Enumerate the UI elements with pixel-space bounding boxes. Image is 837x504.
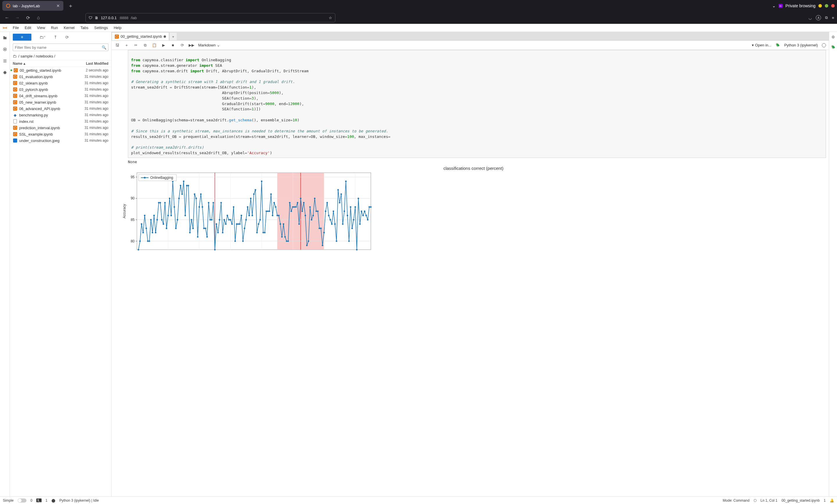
file-list-header[interactable]: Name ▴ Last Modified (10, 60, 111, 67)
file-modified: 31 minutes ago (71, 81, 108, 85)
file-row[interactable]: 04_drift_streams.ipynb31 minutes ago (10, 93, 111, 99)
svg-point-90 (237, 223, 239, 225)
svg-point-160 (347, 215, 348, 216)
shield-icon[interactable]: 🛡 (89, 16, 92, 20)
folder-icon[interactable] (2, 35, 8, 41)
home-button[interactable]: ⌂ (34, 14, 42, 22)
file-row[interactable]: under_construction.jpeg31 minutes ago (10, 137, 111, 144)
open-in-dropdown[interactable]: ▾ Open in... (752, 43, 771, 47)
svg-point-60 (191, 219, 192, 220)
file-name: 00_getting_started.ipynb (20, 68, 71, 73)
menu-settings[interactable]: Settings (91, 25, 111, 30)
window-close-icon[interactable] (831, 4, 835, 7)
kernel-name[interactable]: Python 3 (ipykernel) (784, 43, 818, 47)
file-name: prediction_interval.ipynb (19, 126, 71, 130)
pocket-icon[interactable]: ◡ (808, 16, 812, 20)
svg-point-26 (138, 249, 139, 250)
menu-kernel[interactable]: Kernel (61, 25, 77, 30)
new-folder-icon[interactable]: 🗀⁺ (39, 35, 46, 39)
svg-point-151 (333, 210, 334, 212)
svg-point-72 (210, 219, 211, 220)
refresh-icon[interactable]: ⟳ (65, 35, 69, 39)
breadcrumb[interactable]: 🗀 / sample / notebooks / (10, 52, 111, 60)
url-input[interactable]: 🛡 🗎 127.0.0.1:8888/lab ☆ (86, 13, 335, 22)
file-row[interactable]: prediction_interval.ipynb31 minutes ago (10, 125, 111, 131)
svg-point-179 (144, 177, 146, 179)
property-inspector-icon[interactable]: ⚙ (832, 35, 835, 39)
menu-tabs[interactable]: Tabs (77, 25, 91, 30)
account-icon[interactable]: A (816, 15, 821, 20)
code-cell[interactable]: [5]:from capymoa.classifier import Onlin… (128, 50, 826, 158)
save-icon[interactable]: 🖫 (114, 43, 120, 47)
menu-icon[interactable]: ≡ (832, 16, 834, 20)
bug-icon[interactable]: 🪲 (776, 43, 780, 47)
svg-point-129 (299, 223, 300, 225)
svg-point-121 (286, 240, 287, 242)
toc-icon[interactable] (2, 58, 8, 64)
svg-point-159 (345, 181, 347, 182)
svg-point-127 (295, 206, 297, 208)
menu-view[interactable]: View (34, 25, 48, 30)
svg-point-126 (293, 206, 295, 208)
stop-icon[interactable]: ■ (170, 43, 176, 47)
extensions-icon[interactable]: ⧉ (825, 15, 828, 20)
svg-point-104 (259, 219, 261, 220)
simple-mode-toggle[interactable] (18, 499, 26, 503)
debugger-icon[interactable]: 🪲 (831, 45, 836, 49)
file-row[interactable]: 00_getting_started.ipynb2 seconds ago (10, 67, 111, 73)
filter-input[interactable] (15, 45, 102, 50)
svg-point-132 (303, 202, 305, 203)
menu-edit[interactable]: Edit (22, 25, 34, 30)
svg-point-134 (306, 245, 307, 246)
trust-icon[interactable]: ⬡ (753, 499, 756, 503)
browser-tab[interactable]: lab - JupyterLab ✕ (2, 1, 64, 11)
file-row[interactable]: index.rst31 minutes ago (10, 118, 111, 125)
menu-help[interactable]: Help (111, 25, 124, 30)
new-tab-button[interactable]: ＋ (66, 2, 75, 9)
copy-icon[interactable]: ⧉ (142, 43, 148, 48)
simple-mode-label: Simple (3, 499, 14, 503)
browser-chrome: lab - JupyterLab ✕ ＋ ⌄ ∞ Private browsin… (0, 0, 837, 24)
forward-button[interactable]: → (13, 14, 21, 22)
close-icon[interactable]: ✕ (56, 3, 60, 8)
window-minimize-icon[interactable] (818, 4, 822, 7)
file-row[interactable]: 02_sklearn.ipynb31 minutes ago (10, 80, 111, 86)
window-maximize-icon[interactable] (825, 4, 828, 7)
kernel-status-icon[interactable] (822, 43, 826, 47)
new-launcher-button[interactable]: + (13, 34, 31, 41)
chart-svg: 80859095AccuracyOnlineBagging (121, 171, 374, 256)
running-icon[interactable] (2, 46, 8, 52)
jupyter-logo-icon[interactable] (0, 25, 10, 31)
file-name: 01_evaluation.ipynb (19, 75, 71, 79)
cut-icon[interactable]: ✂ (133, 43, 138, 47)
cell-type-select[interactable]: Markdown ⌄ (198, 43, 220, 47)
upload-icon[interactable]: ⤒ (54, 35, 57, 39)
extensions-icon[interactable] (2, 70, 8, 75)
filter-input-wrapper[interactable]: 🔍 (13, 43, 108, 51)
file-row[interactable]: SSL_example.ipynb31 minutes ago (10, 131, 111, 137)
notebook-cells[interactable]: [5]:from capymoa.classifier import Onlin… (112, 50, 829, 497)
run-icon[interactable]: ▶ (161, 43, 166, 47)
svg-point-108 (266, 210, 267, 212)
reload-button[interactable]: ⟳ (24, 14, 32, 22)
file-row[interactable]: 01_evaluation.ipynb31 minutes ago (10, 73, 111, 80)
file-row[interactable]: 03_pytorch.ipynb31 minutes ago (10, 86, 111, 93)
menu-file[interactable]: File (10, 25, 22, 30)
document-tab[interactable]: 00_getting_started.ipynb (112, 32, 169, 40)
bookmark-icon[interactable]: ☆ (329, 16, 332, 20)
restart-icon[interactable]: ⟳ (180, 43, 185, 47)
file-row[interactable]: ◆benchmarking.py31 minutes ago (10, 112, 111, 118)
back-button[interactable]: ← (3, 14, 11, 22)
chevron-down-icon[interactable]: ⌄ (772, 3, 776, 8)
bell-icon[interactable]: 🔔 (830, 499, 834, 503)
site-info-icon[interactable]: 🗎 (95, 16, 99, 20)
menu-run[interactable]: Run (48, 25, 61, 30)
paste-icon[interactable]: 📋 (152, 43, 157, 47)
add-cell-icon[interactable]: ＋ (124, 43, 129, 48)
file-row[interactable]: 06_advanced_API.ipynb31 minutes ago (10, 106, 111, 112)
add-tab-button[interactable]: + (169, 33, 177, 40)
svg-point-111 (270, 193, 272, 195)
run-all-icon[interactable]: ▶▶ (189, 43, 194, 47)
file-row[interactable]: 05_new_learner.ipynb31 minutes ago (10, 99, 111, 106)
terminal-icon[interactable]: $_ (36, 499, 41, 502)
